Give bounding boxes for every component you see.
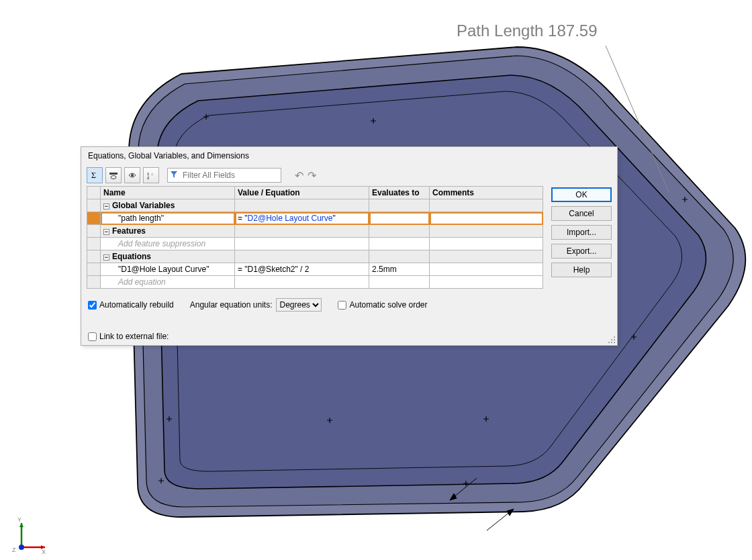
svg-point-13 <box>611 339 612 340</box>
collapse-icon[interactable]: − <box>103 254 109 261</box>
resize-grip-icon[interactable] <box>606 334 616 344</box>
cell-value[interactable]: = "D2@Hole Layout Curve" <box>235 212 369 225</box>
units-select[interactable]: Degrees <box>276 298 322 312</box>
svg-point-17 <box>614 342 615 343</box>
ok-button[interactable]: OK <box>551 187 612 202</box>
collapse-icon[interactable]: − <box>103 229 109 235</box>
equations-table-wrap: Name Value / Equation Evaluates to Comme… <box>87 186 543 289</box>
filter-icon <box>168 171 180 179</box>
svg-text:Σ: Σ <box>91 171 96 180</box>
svg-point-16 <box>611 342 612 343</box>
section-label: Features <box>112 226 146 236</box>
help-button[interactable]: Help <box>551 263 612 277</box>
filter-box <box>167 168 281 183</box>
svg-point-14 <box>614 339 615 340</box>
svg-point-22 <box>19 545 24 550</box>
header-value[interactable]: Value / Equation <box>235 187 369 199</box>
sigma-view-button[interactable]: Σ <box>87 167 103 183</box>
row-path-length[interactable]: "path length" = "D2@Hole Layout Curve" <box>87 212 543 225</box>
cell-evaluates <box>369 212 430 225</box>
row-equation-1[interactable]: "D1@Hole Layout Curve" = "D1@Sketch2" / … <box>87 263 543 276</box>
section-label: Global Variables <box>112 201 175 210</box>
dialog-toolbar: Σ 1↓2 ↶ ↷ <box>81 165 617 186</box>
svg-text:↓: ↓ <box>151 172 153 176</box>
units-label: Angular equation units: <box>190 300 273 310</box>
auto-solve-label: Automatic solve order <box>349 300 427 310</box>
value-link: D2@Hole Layout Curve <box>248 214 333 223</box>
table-header-row: Name Value / Equation Evaluates to Comme… <box>87 187 543 199</box>
auto-rebuild-label: Automatically rebuild <box>99 300 174 310</box>
auto-solve-checkbox[interactable]: Automatic solve order <box>338 300 427 310</box>
axis-x-label: X <box>42 549 46 555</box>
collapse-icon[interactable]: − <box>103 203 109 209</box>
svg-point-12 <box>614 336 615 338</box>
placeholder-cell[interactable]: Add feature suppression <box>101 238 235 250</box>
cell-comments[interactable] <box>430 212 543 225</box>
section-label: Equations <box>112 252 151 261</box>
path-length-annotation: Path Length 187.59 <box>457 21 598 40</box>
import-button[interactable]: Import... <box>551 225 612 240</box>
filter-input[interactable] <box>180 169 281 182</box>
dialog-title: Equations, Global Variables, and Dimensi… <box>81 147 617 165</box>
link-external-checkbox[interactable]: Link to external file: <box>88 332 610 341</box>
section-global-variables[interactable]: −Global Variables <box>87 199 543 212</box>
svg-rect-6 <box>109 173 117 175</box>
auto-rebuild-checkbox[interactable]: Automatically rebuild <box>88 300 174 310</box>
view-triad[interactable]: X Y Z <box>8 515 48 557</box>
svg-point-15 <box>608 342 610 343</box>
svg-point-7 <box>111 176 116 179</box>
undo-button[interactable]: ↶ <box>295 169 303 182</box>
auto-solve-input[interactable] <box>338 301 346 310</box>
header-handle <box>87 187 101 199</box>
axis-z-label: Z <box>12 547 16 553</box>
header-name[interactable]: Name <box>101 187 235 199</box>
equations-dialog: Equations, Global Variables, and Dimensi… <box>81 146 618 346</box>
auto-rebuild-input[interactable] <box>88 301 97 310</box>
angular-units-group: Angular equation units: Degrees <box>190 298 322 312</box>
cell-name[interactable]: "D1@Hole Layout Curve" <box>101 263 235 276</box>
export-button[interactable]: Export... <box>551 244 612 259</box>
placeholder-cell[interactable]: Add equation <box>101 276 235 289</box>
section-equations[interactable]: −Equations <box>87 250 543 263</box>
svg-point-8 <box>131 174 134 177</box>
undo-redo-group: ↶ ↷ <box>295 169 316 182</box>
cell-name[interactable]: "path length" <box>101 212 235 225</box>
dialog-buttons: OK Cancel Import... Export... Help <box>551 186 612 289</box>
row-features-placeholder[interactable]: Add feature suppression <box>87 238 543 250</box>
header-evaluates[interactable]: Evaluates to <box>369 187 430 199</box>
view-mode-1-button[interactable] <box>105 167 122 183</box>
cell-evaluates: 2.5mm <box>369 263 430 276</box>
redo-button[interactable]: ↷ <box>308 169 316 182</box>
sort-button[interactable]: 1↓2 <box>143 167 159 183</box>
cancel-button[interactable]: Cancel <box>551 206 612 221</box>
value-suffix: " <box>333 214 336 223</box>
dialog-footer: Automatically rebuild Angular equation u… <box>81 294 617 345</box>
svg-marker-21 <box>19 523 23 527</box>
section-features[interactable]: −Features <box>87 225 543 238</box>
equations-table: Name Value / Equation Evaluates to Comme… <box>87 186 543 289</box>
cell-comments[interactable] <box>430 263 543 276</box>
svg-text:2: 2 <box>147 176 150 180</box>
value-prefix: = " <box>238 214 248 223</box>
axis-y-label: Y <box>17 516 21 523</box>
row-equations-placeholder[interactable]: Add equation <box>87 276 543 289</box>
view-mode-2-button[interactable] <box>124 167 140 183</box>
link-external-input[interactable] <box>88 332 97 341</box>
cell-value[interactable]: = "D1@Sketch2" / 2 <box>235 263 369 276</box>
link-external-label: Link to external file: <box>99 332 169 341</box>
header-comments[interactable]: Comments <box>430 187 543 199</box>
